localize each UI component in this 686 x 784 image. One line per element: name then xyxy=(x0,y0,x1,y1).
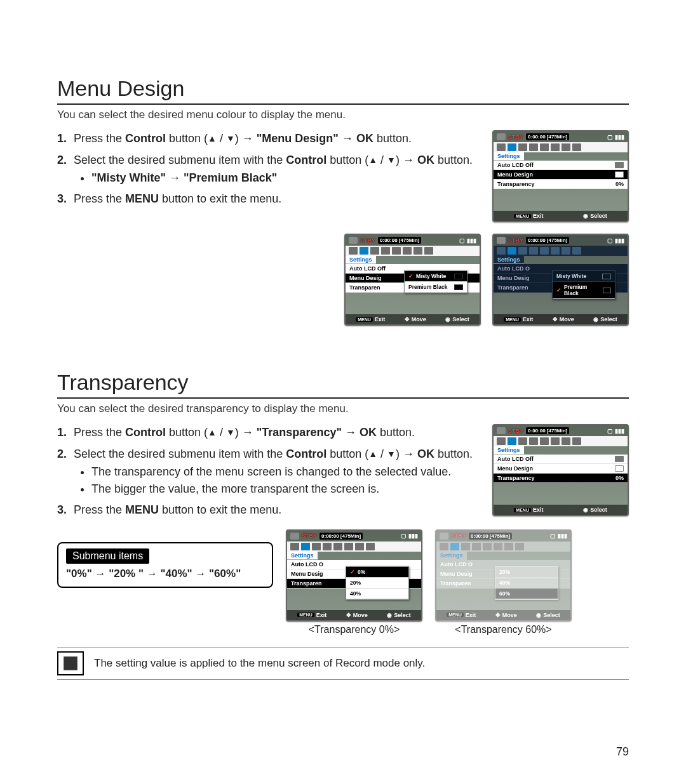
submenu-items-box: Submenu items "0%" → "20% " → "40%" → "6… xyxy=(57,542,273,588)
bullet-2: The bigger the value, the more transpare… xyxy=(91,481,629,498)
step-2b: Select the desired submenu item with the… xyxy=(57,446,629,498)
lcd-screenshot-transparency-0: STBY0:00:00 [475Min]▢ ▮▮▮ Settings Auto … xyxy=(286,529,422,621)
triangle-up-icon: ▲ xyxy=(208,133,217,143)
page-number: 79 xyxy=(616,745,629,759)
step-3b: Press the MENU button to exit the menu. xyxy=(57,502,629,519)
battery-icon: ▢ ▮▮▮ xyxy=(607,134,624,140)
lcd-screenshot-transparency-60: STBY0:00:00 [475Min]▢ ▮▮▮ Settings Auto … xyxy=(435,529,572,621)
caption-transparency-60: <Transparency 60%> xyxy=(455,624,551,635)
section-subtitle-2: You can select the desired transparency … xyxy=(57,402,629,415)
section-subtitle: You can select the desired menu colour t… xyxy=(57,109,629,121)
section-title-transparency: Transparency xyxy=(57,370,629,399)
submenu-values: "0%" → "20% " → "40%" → "60%" xyxy=(66,568,264,580)
menu-design-options: "Misty White" → "Premium Black" xyxy=(91,171,277,184)
bullet-1: The transparency of the menu screen is c… xyxy=(91,463,629,481)
note-text: The setting value is applied to the menu… xyxy=(94,657,425,670)
triangle-down-icon: ▼ xyxy=(226,133,235,143)
lcd-screenshot-premium-black: STBY0:00:00 [475Min]▢ ▮▮▮ Settings Auto … xyxy=(492,234,629,326)
check-icon: ✓ xyxy=(408,273,414,279)
lcd-screenshot-menu-design: STBY0:00:00 [475Min]▢ ▮▮▮ Settings Auto … xyxy=(492,130,629,222)
camera-icon xyxy=(497,133,506,140)
step-3: Press the MENU button to exit the menu. xyxy=(57,190,480,208)
step-1: Press the Control button (▲ / ▼) → "Menu… xyxy=(57,130,480,148)
section-title-menu-design: Menu Design xyxy=(57,76,629,105)
note-row: The setting value is applied to the menu… xyxy=(57,647,629,680)
caption-transparency-0: <Transparency 0%> xyxy=(309,624,400,635)
step-1b: Press the Control button (▲ / ▼) → "Tran… xyxy=(57,424,629,442)
note-icon xyxy=(57,651,84,675)
step-2: Select the desired submenu item with the… xyxy=(57,152,480,187)
lcd-screenshot-misty-white: STBY0:00:00 [475Min]▢ ▮▮▮ Settings Auto … xyxy=(344,234,481,326)
submenu-header: Submenu items xyxy=(66,548,149,564)
